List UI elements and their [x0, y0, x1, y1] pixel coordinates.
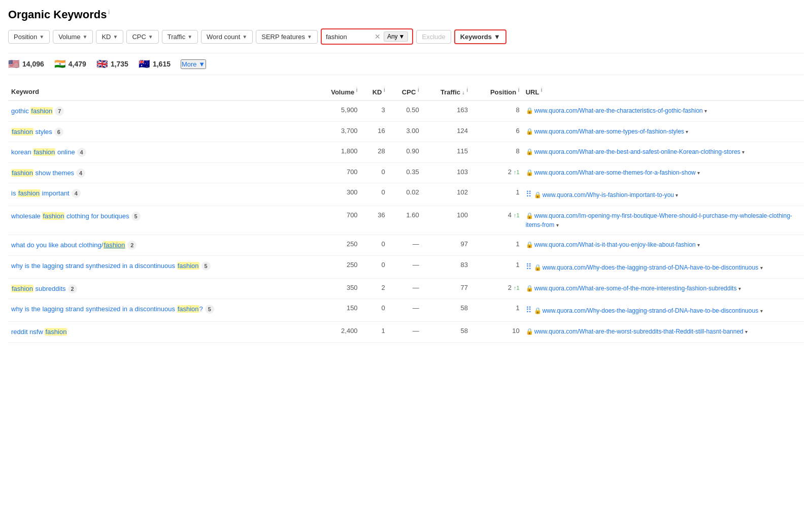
url-link[interactable]: www.quora.com/Why-does-the-lagging-stran…	[543, 307, 759, 314]
cpc-cell: 0.50	[388, 101, 422, 121]
url-dropdown-icon[interactable]: ▾	[738, 286, 741, 291]
url-dropdown-icon[interactable]: ▾	[704, 108, 707, 114]
keyword-cell[interactable]: gothic fashion7	[8, 101, 313, 121]
keyword-cell[interactable]: fashion show themes4	[8, 162, 313, 183]
kd-cell: 0	[361, 235, 388, 256]
kd-cell: 0	[361, 299, 388, 322]
country-au[interactable]: 🇦🇺 1,615	[139, 58, 171, 70]
filter-position[interactable]: Position ▼	[8, 30, 50, 44]
keyword-text: what do you like about clothing/	[11, 241, 103, 249]
url-cell[interactable]: 🔒www.quora.com/What-are-some-of-the-more…	[523, 278, 804, 299]
url-cell[interactable]: ⠿🔒www.quora.com/Why-does-the-lagging-str…	[523, 299, 804, 322]
keyword-link[interactable]: reddit nsfw fashion	[11, 328, 67, 336]
filter-cpc[interactable]: CPC ▼	[126, 30, 158, 44]
keyword-text: important	[40, 189, 70, 197]
clear-search-button[interactable]: ✕	[375, 32, 381, 41]
keyword-cell[interactable]: is fashion important4	[8, 183, 313, 206]
keyword-link[interactable]: is fashion important	[11, 189, 70, 197]
filter-kd[interactable]: KD ▼	[96, 30, 123, 44]
url-dropdown-icon[interactable]: ▾	[556, 222, 559, 228]
url-dropdown-icon[interactable]: ▾	[697, 242, 700, 248]
url-dropdown-icon[interactable]: ▾	[742, 149, 745, 155]
url-cell[interactable]: 🔒www.quora.com/What-are-the-best-and-saf…	[523, 142, 804, 163]
filter-word-count[interactable]: Word count ▼	[201, 30, 253, 44]
url-cell[interactable]: 🔒www.quora.com/What-is-it-that-you-enjoy…	[523, 235, 804, 256]
keyword-link[interactable]: fashion subreddits	[11, 285, 66, 292]
word-count-badge: 2	[127, 241, 137, 250]
keyword-cell[interactable]: wholesale fashion clothing for boutiques…	[8, 206, 313, 235]
url-dropdown-icon[interactable]: ▾	[697, 170, 700, 176]
any-dropdown-button[interactable]: Any ▼	[384, 31, 409, 42]
keyword-text: online	[55, 148, 75, 156]
keyword-link[interactable]: fashion show themes	[11, 169, 74, 177]
url-cell[interactable]: 🔒www.quora.com/What-are-some-themes-for-…	[523, 162, 804, 183]
kd-cell: 0	[361, 183, 388, 206]
keyword-link[interactable]: gothic fashion	[11, 107, 53, 115]
keyword-link[interactable]: what do you like about clothing/fashion	[11, 241, 125, 249]
keyword-link[interactable]: why is the lagging strand synthesized in…	[11, 262, 199, 270]
url-link[interactable]: www.quora.com/What-is-it-that-you-enjoy-…	[534, 241, 696, 248]
url-cell[interactable]: 🔒www.quora.com/What-are-the-worst-subred…	[523, 322, 804, 343]
keyword-link[interactable]: wholesale fashion clothing for boutiques	[11, 212, 129, 220]
url-dropdown-icon[interactable]: ▾	[686, 129, 688, 135]
url-dropdown-icon[interactable]: ▾	[760, 265, 763, 271]
keyword-link[interactable]: why is the lagging strand synthesized in…	[11, 305, 203, 313]
url-link[interactable]: www.quora.com/What-are-the-worst-subredd…	[534, 328, 743, 335]
keywords-button[interactable]: Keywords ▼	[454, 29, 506, 44]
volume-cell: 300	[313, 183, 361, 206]
page-title: Organic Keywordsi	[8, 8, 804, 21]
keyword-link[interactable]: korean fashion online	[11, 148, 75, 156]
url-link[interactable]: www.quora.com/What-are-some-of-the-more-…	[534, 285, 737, 292]
keyword-text: subreddits	[33, 285, 66, 292]
keyword-cell[interactable]: fashion subreddits2	[8, 278, 313, 299]
url-link[interactable]: www.quora.com/What-are-some-types-of-fas…	[534, 128, 684, 135]
table-header-row: Keyword Volume i KD i CPC i Traffic ↓ i …	[8, 83, 804, 101]
url-link[interactable]: www.quora.com/What-are-some-themes-for-a…	[534, 169, 696, 176]
lock-icon: 🔒	[534, 191, 542, 199]
keyword-cell[interactable]: why is the lagging strand synthesized in…	[8, 255, 313, 278]
keyword-text: why is the lagging strand synthesized in…	[11, 305, 177, 313]
kd-cell: 16	[361, 121, 388, 142]
position-cell: 1	[471, 255, 523, 278]
url-link[interactable]: www.quora.com/Why-does-the-lagging-stran…	[543, 264, 759, 271]
keyword-cell[interactable]: fashion styles6	[8, 121, 313, 142]
url-cell[interactable]: 🔒www.quora.com/Im-opening-my-first-bouti…	[523, 206, 804, 235]
url-link[interactable]: www.quora.com/Im-opening-my-first-boutiq…	[526, 212, 792, 228]
keyword-cell[interactable]: reddit nsfw fashion	[8, 322, 313, 343]
search-input[interactable]	[326, 33, 371, 41]
url-cell[interactable]: ⠿🔒www.quora.com/Why-does-the-lagging-str…	[523, 255, 804, 278]
kd-cell: 36	[361, 206, 388, 235]
keyword-cell[interactable]: korean fashion online4	[8, 142, 313, 163]
url-link[interactable]: www.quora.com/Why-is-fashion-important-t…	[543, 191, 674, 199]
position-cell: 4↑1	[471, 206, 523, 235]
url-cell[interactable]: ⠿🔒www.quora.com/Why-is-fashion-important…	[523, 183, 804, 206]
table-row: why is the lagging strand synthesized in…	[8, 299, 804, 322]
country-us[interactable]: 🇺🇸 14,096	[8, 58, 44, 70]
filter-traffic[interactable]: Traffic ▼	[162, 30, 198, 44]
url-link[interactable]: www.quora.com/What-are-the-best-and-safe…	[534, 148, 740, 155]
url-cell[interactable]: 🔒www.quora.com/What-are-the-characterist…	[523, 101, 804, 121]
keyword-cell[interactable]: why is the lagging strand synthesized in…	[8, 299, 313, 322]
url-dropdown-icon[interactable]: ▾	[675, 192, 678, 198]
url-cell[interactable]: 🔒www.quora.com/What-are-some-types-of-fa…	[523, 121, 804, 142]
filter-volume[interactable]: Volume ▼	[53, 30, 93, 44]
filter-serp-features[interactable]: SERP features ▼	[256, 30, 318, 44]
keyword-link[interactable]: fashion styles	[11, 128, 52, 136]
col-header-volume: Volume i	[313, 83, 361, 101]
col-header-traffic[interactable]: Traffic ↓ i	[422, 83, 471, 101]
position-value: 2	[508, 168, 512, 176]
count-us: 14,096	[22, 60, 44, 68]
more-countries-button[interactable]: More ▼	[181, 59, 206, 69]
country-in[interactable]: 🇮🇳 4,479	[54, 58, 86, 70]
keyword-cell[interactable]: what do you like about clothing/fashion2	[8, 235, 313, 256]
word-count-badge: 4	[77, 148, 86, 157]
country-gb[interactable]: 🇬🇧 1,735	[96, 58, 128, 70]
lock-icon: 🔒	[526, 328, 533, 335]
url-dropdown-icon[interactable]: ▾	[745, 329, 748, 335]
word-count-badge: 4	[76, 169, 85, 178]
url-dropdown-icon[interactable]: ▾	[760, 308, 763, 314]
exclude-input[interactable]: Exclude	[416, 30, 451, 44]
table-row: korean fashion online41,800280.901158🔒ww…	[8, 142, 804, 163]
lock-icon: 🔒	[526, 169, 533, 176]
url-link[interactable]: www.quora.com/What-are-the-characteristi…	[534, 107, 703, 114]
